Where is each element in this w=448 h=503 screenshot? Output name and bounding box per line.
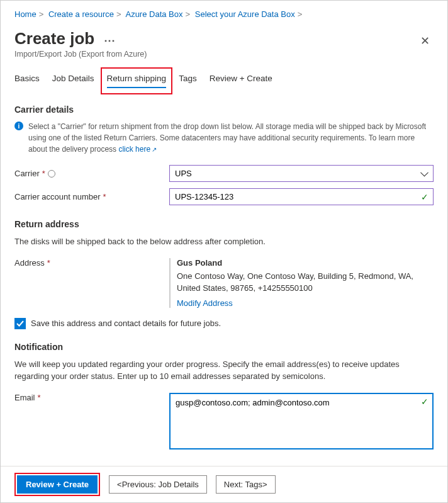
carrier-account-input[interactable] bbox=[169, 188, 434, 205]
carrier-select[interactable]: UPS bbox=[169, 165, 434, 182]
next-button[interactable]: Next: Tags> bbox=[216, 475, 276, 494]
tab-tags[interactable]: Tags bbox=[179, 70, 197, 93]
email-input[interactable]: gusp@contoso.com; admin@contoso.com bbox=[169, 393, 434, 449]
breadcrumb-link[interactable]: Create a resource bbox=[48, 9, 114, 19]
info-icon: i bbox=[14, 122, 23, 130]
breadcrumb: Home> Create a resource> Azure Data Box>… bbox=[14, 9, 434, 19]
tabs: Basics Job Details Return shipping Tags … bbox=[14, 70, 434, 93]
address-block: Gus Poland One Contoso Way, One Contoso … bbox=[169, 258, 434, 308]
tab-job-details[interactable]: Job Details bbox=[52, 70, 94, 93]
tab-return-shipping[interactable]: Return shipping bbox=[107, 70, 167, 89]
more-icon[interactable]: ⋯ bbox=[104, 34, 115, 47]
modify-address-link[interactable]: Modify Address bbox=[177, 298, 233, 308]
info-banner: i Select a "Carrier" for return shipment… bbox=[14, 121, 434, 155]
address-name: Gus Poland bbox=[177, 258, 434, 268]
tab-basics[interactable]: Basics bbox=[14, 70, 40, 93]
tab-review-create[interactable]: Review + Create bbox=[210, 70, 272, 93]
external-link-icon: ↗ bbox=[152, 146, 157, 153]
breadcrumb-link[interactable]: Azure Data Box bbox=[125, 9, 182, 19]
save-address-checkbox[interactable] bbox=[14, 318, 26, 329]
page-subtitle: Import/Export Job (Export from Azure) bbox=[14, 50, 147, 59]
return-address-desc: The disks will be shipped back to the be… bbox=[14, 235, 434, 248]
notification-desc: We will keep you updated regarding your … bbox=[14, 358, 434, 383]
carrier-account-label: Carrier account number bbox=[14, 192, 101, 201]
review-create-button[interactable]: Review + Create bbox=[17, 475, 98, 494]
breadcrumb-link[interactable]: Select your Azure Data Box bbox=[195, 9, 295, 19]
close-icon[interactable]: ✕ bbox=[417, 31, 434, 50]
footer: Review + Create <Previous: Job Details N… bbox=[1, 466, 447, 502]
page-title: Create job ⋯ bbox=[14, 29, 147, 48]
email-label: Email bbox=[14, 393, 35, 402]
save-address-label: Save this address and contact details fo… bbox=[31, 319, 221, 328]
section-heading-return-address: Return address bbox=[14, 219, 434, 229]
help-icon[interactable] bbox=[48, 170, 55, 178]
carrier-label: Carrier bbox=[14, 169, 40, 178]
previous-button[interactable]: <Previous: Job Details bbox=[109, 475, 207, 494]
info-link[interactable]: click here↗ bbox=[118, 145, 157, 154]
address-label: Address bbox=[14, 258, 45, 268]
section-heading-carrier: Carrier details bbox=[14, 105, 434, 115]
section-heading-notification: Notification bbox=[14, 342, 434, 352]
breadcrumb-link[interactable]: Home bbox=[14, 9, 36, 19]
address-lines: One Contoso Way, One Contoso Way, Buildi… bbox=[177, 270, 434, 295]
